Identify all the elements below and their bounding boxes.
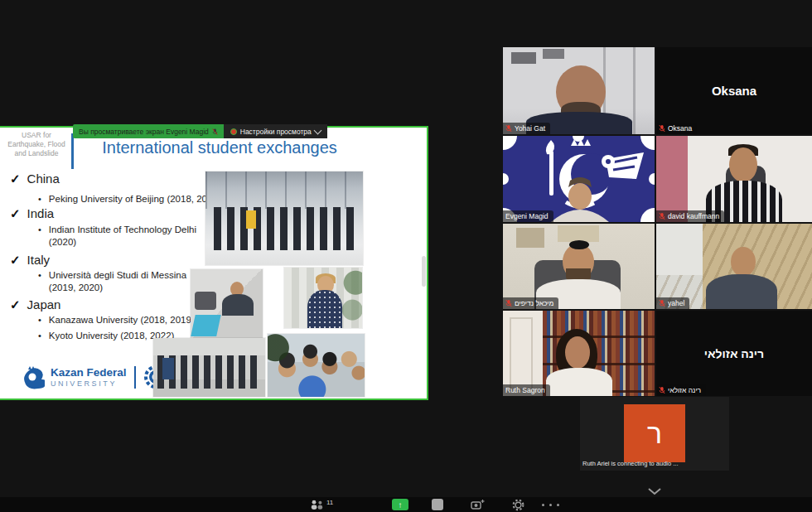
muted-mic-icon [505,124,512,133]
participant-nametag: Ruth Sagron [503,384,550,396]
muted-mic-icon [659,124,665,133]
bullet-icon: • [38,224,41,249]
share-screen-button[interactable]: ↑ [392,499,408,510]
more-button[interactable] [540,498,561,511]
screen-share-banner: Вы просматриваете экран Evgeni Magid Нас… [73,124,327,138]
video-tile-rina-azulai[interactable]: רינה אזולאי רינה אזולאי [656,311,812,396]
slide-entry: • Università degli Studi di Messina (201… [38,269,186,294]
check-icon: ✓ [10,206,21,221]
participants-icon [310,500,325,510]
chevron-down-icon [313,126,321,134]
video-tile-ruth-ariel[interactable]: ר Ruth Ariel is connecting to audio ... [580,397,729,471]
video-tile-yahel[interactable]: yahel [656,224,812,309]
camera-plus-icon [471,499,486,510]
slide-title: International student exchanges [80,138,360,157]
participants-button[interactable]: 11 [310,498,333,511]
kazan-federal-university-logo: Kazan Federal UNIVERSITY [20,365,168,389]
bullet-icon: • [38,193,41,205]
logo-title: Kazan Federal [51,366,127,379]
meeting-toolbar: 11 ↑ [0,497,812,512]
check-icon: ✓ [10,171,21,186]
video-tile-yohai-gat[interactable]: Yohai Gat [503,47,655,134]
photo-group-selfie [268,334,365,397]
video-feed [503,47,655,134]
muted-mic-icon [659,212,665,220]
share-arrow-icon: ↑ [399,500,403,510]
participant-display-name: Oksana [656,47,812,134]
video-feed [656,136,812,222]
settings-button[interactable] [512,498,524,511]
video-tile-oksana[interactable]: Oksana Oksana [656,47,812,134]
bullet-icon: • [38,330,41,342]
shared-screen-slide: USAR for Earthquake, Flood and Landslide… [0,126,428,400]
photo-classroom-group [153,338,265,397]
video-tile-david-kauffmann[interactable]: david kauffmann [656,136,812,222]
bullet-icon: • [38,314,41,326]
participant-nametag: Evgeni Magid [503,210,553,222]
slide-entry: • Peking University of Beijing (2018, 20… [38,193,221,205]
viewing-screen-notice: Вы просматриваете экран Evgeni Magid [73,124,224,138]
gear-icon [512,499,524,511]
video-feed [503,311,655,396]
video-tile-michael[interactable]: מיכאל נדיפים [503,224,655,309]
zilant-dragon-icon [20,365,45,389]
participant-nametag: Yohai Gat [503,123,550,134]
share-indicator-icon [230,128,237,135]
check-icon: ✓ [10,297,21,312]
bullet-icon: • [38,269,41,294]
muted-mic-icon [659,386,665,394]
participant-nametag: מיכאל נדיפים [503,297,558,309]
logo-divider [134,366,136,389]
participant-nametag: david kauffmann [656,210,724,222]
slide-header-divider [71,133,74,169]
slide-country-italy: ✓ Italy [10,253,50,268]
photo-china-group [205,171,363,265]
muted-mic-icon [505,299,512,307]
view-options-button[interactable]: Настройки просмотра [224,124,327,138]
slide-entry: • Kanazawa University (2018, 2019) [38,314,195,326]
video-feed [656,224,812,309]
video-tile-ruth-sagron[interactable]: Ruth Sagron [503,311,655,396]
slide-country-india: ✓ India [10,206,54,221]
stop-video-button[interactable] [432,499,443,510]
zoom-meeting-window: USAR for Earthquake, Flood and Landslide… [0,0,812,512]
muted-mic-icon [659,299,665,307]
ellipsis-icon [542,504,544,506]
video-tile-evgeni-magid[interactable]: Evgeni Magid [503,136,655,222]
photo-student-gates [284,268,362,328]
participant-display-name: רינה אזולאי [656,311,812,396]
record-button[interactable] [471,498,486,511]
slide-corner-label: USAR for Earthquake, Flood and Landslide [3,131,70,158]
participant-nametag: yahel [656,297,689,309]
gallery-scroll-down-chevron[interactable] [647,487,662,495]
slide-entry: • Indian Institute of Technology Delhi (… [38,224,196,249]
participant-nametag: Oksana [656,123,697,134]
check-icon: ✓ [10,253,21,268]
connecting-status: Ruth Ariel is connecting to audio ... [582,460,679,467]
photo-robotics-lab [191,269,263,340]
layout-divider-handle[interactable] [422,256,426,287]
slide-country-japan: ✓ Japan [10,297,60,312]
participants-count: 11 [326,499,333,506]
kfu-zilant-emblem [503,136,655,222]
participant-nametag: רינה אזולאי [656,384,706,396]
video-feed [503,224,655,309]
avatar: ר [624,404,685,462]
video-feed [503,136,655,222]
logo-subtitle: UNIVERSITY [51,379,127,388]
muted-mic-icon [212,128,218,136]
slide-country-china: ✓ China [10,171,60,186]
